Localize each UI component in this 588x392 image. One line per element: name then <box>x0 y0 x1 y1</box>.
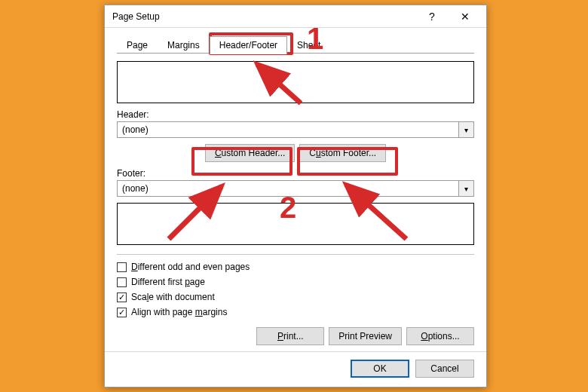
checkbox-icon <box>117 277 127 287</box>
tab-page[interactable]: Page <box>117 36 158 54</box>
custom-header-button[interactable]: Custom Header... <box>205 144 295 162</box>
header-dropdown-value: (none) <box>118 124 458 135</box>
tab-strip: Page Margins Header/Footer Sheet <box>105 28 486 54</box>
custom-footer-button[interactable]: Custom Footer... <box>299 144 386 162</box>
tab-sheet[interactable]: Sheet <box>287 36 330 54</box>
checkbox-icon <box>117 308 127 317</box>
chevron-down-icon[interactable]: ▾ <box>458 181 473 196</box>
print-preview-button[interactable]: Print Preview <box>329 327 402 345</box>
checkbox-align-margins[interactable]: Align with page margins <box>117 305 474 320</box>
checkbox-icon <box>117 292 127 302</box>
page-setup-dialog: Page Setup ? ✕ Page Margins Header/Foote… <box>104 5 487 387</box>
checkbox-scale-doc[interactable]: Scale with document <box>117 289 474 305</box>
help-button[interactable]: ? <box>415 6 449 27</box>
header-label: Header: <box>117 109 474 120</box>
tab-margins[interactable]: Margins <box>158 36 210 54</box>
checkbox-diff-first[interactable]: Different first page <box>117 274 474 289</box>
footer-label: Footer: <box>117 168 474 179</box>
checkbox-label: Scale with document <box>131 292 215 302</box>
print-button[interactable]: Print... <box>256 327 324 345</box>
header-preview-box <box>117 61 474 103</box>
dialog-footer: OK Cancel <box>105 351 486 387</box>
custom-buttons-row: Custom Header... Custom Footer... <box>117 144 474 162</box>
checkbox-label: Align with page margins <box>131 307 227 317</box>
cancel-button[interactable]: Cancel <box>415 360 474 378</box>
footer-dropdown-value: (none) <box>118 183 458 194</box>
ok-button[interactable]: OK <box>351 360 409 378</box>
tab-header-footer[interactable]: Header/Footer <box>210 36 287 54</box>
checkbox-label: Different first page <box>131 277 205 287</box>
footer-dropdown[interactable]: (none) ▾ <box>117 180 474 197</box>
footer-preview-box <box>117 203 474 245</box>
options-button[interactable]: Options... <box>406 327 474 345</box>
checkbox-diff-odd-even[interactable]: Different odd and even pages <box>117 259 474 274</box>
dialog-title: Page Setup <box>112 11 415 22</box>
header-dropdown[interactable]: (none) ▾ <box>117 121 474 138</box>
title-bar: Page Setup ? ✕ <box>105 5 486 28</box>
separator <box>117 254 474 255</box>
checkbox-group: Different odd and even pages Different f… <box>117 259 474 320</box>
checkbox-label: Different odd and even pages <box>131 262 250 272</box>
inner-button-row: Print... Print Preview Options... <box>117 327 474 345</box>
close-button[interactable]: ✕ <box>449 6 482 27</box>
chevron-down-icon[interactable]: ▾ <box>458 122 473 137</box>
checkbox-icon <box>117 262 127 272</box>
tab-content: Header: (none) ▾ Custom Header... Custom… <box>105 54 486 351</box>
